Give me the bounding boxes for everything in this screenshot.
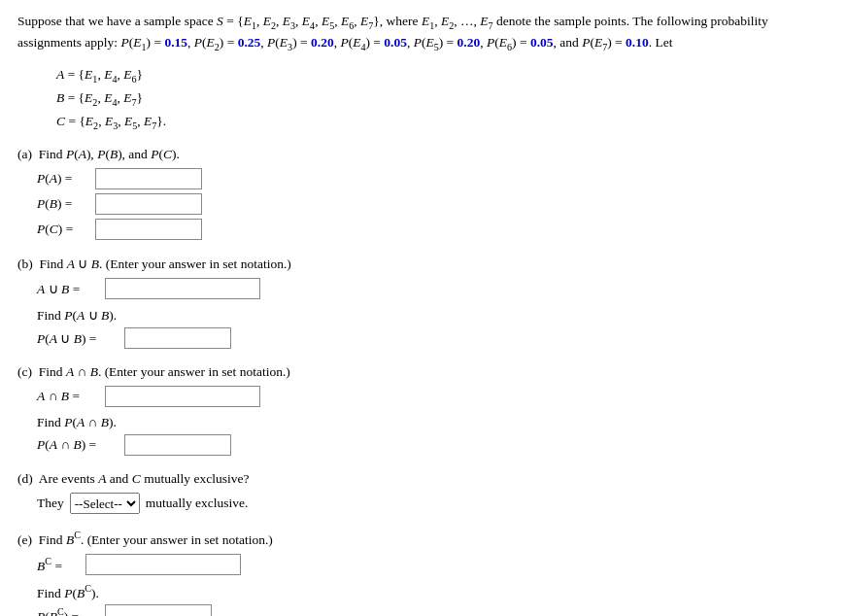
panb-input[interactable] [124, 434, 231, 456]
aub-input[interactable] [105, 278, 260, 299]
part-b-letter: (b) [17, 257, 33, 271]
part-d: (d) Are events A and C mutually exclusiv… [17, 471, 830, 514]
pbc-input[interactable] [105, 604, 212, 616]
pa-input[interactable] [95, 168, 202, 189]
paub-row: P(A ∪ B) = [37, 327, 830, 349]
part-d-letter: (d) [17, 471, 33, 486]
aub-label: A ∪ B = [37, 281, 105, 297]
part-a-label: (a) Find P(A), P(B), and P(C). [17, 147, 830, 162]
set-C: C = {E2, E3, E5, E7}. [56, 111, 830, 134]
bc-input[interactable] [85, 554, 241, 575]
panb-label: P(A ∩ B) = [37, 437, 124, 453]
they-row: They --Select-- are are not mutually exc… [37, 493, 830, 514]
anb-input[interactable] [105, 386, 260, 407]
anb-label: A ∩ B = [37, 389, 105, 404]
part-a: (a) Find P(A), P(B), and P(C). P(A) = P(… [17, 147, 830, 240]
part-c: (c) Find A ∩ B. (Enter your answer in se… [17, 364, 830, 456]
paub-question: Find P(A ∪ B). [37, 307, 830, 324]
panb-question: Find P(A ∩ B). [37, 415, 830, 430]
pb-row: P(B) = [37, 193, 830, 215]
bc-row: BC = [37, 554, 830, 575]
part-e-letter: (e) [17, 532, 32, 547]
pa-row: P(A) = [37, 168, 830, 189]
part-b-label: (b) Find A ∪ B. (Enter your answer in se… [17, 256, 830, 272]
part-b: (b) Find A ∪ B. (Enter your answer in se… [17, 256, 830, 349]
pc-input[interactable] [95, 219, 202, 240]
they-text: They [37, 496, 64, 511]
panb-row: P(A ∩ B) = [37, 434, 830, 456]
set-B: B = {E2, E4, E7} [56, 87, 830, 111]
part-e: (e) Find BC. (Enter your answer in set n… [17, 530, 830, 616]
pa-label: P(A) = [37, 171, 95, 187]
part-a-letter: (a) [17, 147, 32, 161]
pc-label: P(C) = [37, 222, 95, 237]
aub-row: A ∪ B = [37, 278, 830, 299]
sets-block: A = {E1, E4, E6} B = {E2, E4, E7} C = {E… [56, 64, 830, 134]
where-text: where [387, 14, 419, 28]
part-c-label: (c) Find A ∩ B. (Enter your answer in se… [17, 364, 830, 380]
intro-paragraph: Suppose that we have a sample space S = … [17, 12, 830, 54]
pc-row: P(C) = [37, 219, 830, 240]
pbc-row: P(BC) = [37, 604, 830, 616]
part-e-label: (e) Find BC. (Enter your answer in set n… [17, 530, 830, 548]
paub-input[interactable] [124, 327, 231, 349]
paub-label: P(A ∪ B) = [37, 330, 124, 347]
bc-label: BC = [37, 556, 85, 574]
part-c-letter: (c) [17, 364, 32, 379]
part-d-label: (d) Are events A and C mutually exclusiv… [17, 471, 830, 487]
pbc-label: P(BC) = [37, 606, 105, 616]
mutually-exclusive-select[interactable]: --Select-- are are not [70, 493, 140, 514]
mutually-exclusive-text: mutually exclusive. [146, 496, 249, 511]
anb-row: A ∩ B = [37, 386, 830, 407]
pb-label: P(B) = [37, 196, 95, 212]
pb-input[interactable] [95, 193, 202, 215]
pbc-question: Find P(BC). [37, 583, 830, 601]
set-A: A = {E1, E4, E6} [56, 64, 830, 87]
